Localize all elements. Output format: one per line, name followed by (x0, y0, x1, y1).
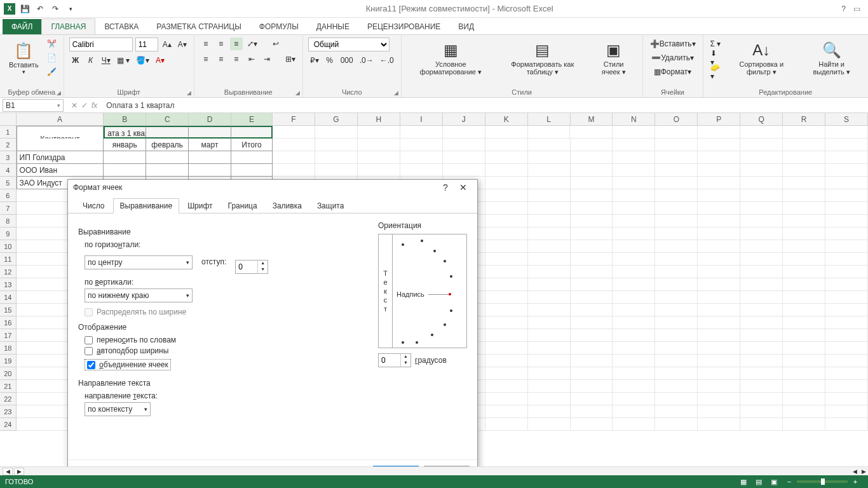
cell[interactable] (698, 164, 740, 177)
cell[interactable] (655, 202, 698, 215)
tab-view[interactable]: ВИД (449, 19, 483, 34)
cell[interactable] (698, 367, 740, 380)
conditional-format-button[interactable]: ▦Условное форматирование ▾ (407, 37, 495, 78)
align-center-icon[interactable]: ≡ (215, 53, 227, 65)
cell[interactable] (783, 126, 825, 139)
row-header[interactable]: 10 (0, 240, 17, 253)
spin-up-icon[interactable]: ▲ (401, 354, 410, 360)
degrees-spinner[interactable]: ▲▼ (378, 353, 411, 367)
indent-value[interactable] (236, 262, 257, 271)
cell[interactable] (740, 304, 783, 316)
row-header[interactable]: 3 (0, 151, 17, 164)
number-format-select[interactable]: Общий (308, 37, 390, 51)
cell[interactable] (613, 393, 655, 405)
cell[interactable] (783, 227, 825, 240)
cell[interactable] (740, 189, 783, 202)
cell[interactable] (528, 240, 571, 253)
cell[interactable] (655, 227, 698, 240)
cell[interactable] (400, 139, 443, 151)
tab-layout[interactable]: РАЗМЕТКА СТРАНИЦЫ (147, 19, 250, 34)
cell[interactable] (358, 126, 400, 139)
cell[interactable] (783, 177, 825, 189)
cell[interactable] (698, 418, 740, 431)
cell[interactable] (783, 329, 825, 342)
column-header[interactable]: D (189, 113, 231, 125)
font-launcher-icon[interactable]: ◢ (187, 90, 191, 96)
sheet-nav-prev-icon[interactable]: ◀ (3, 468, 13, 475)
font-color-icon[interactable]: A▾ (154, 54, 166, 67)
cell[interactable] (485, 405, 528, 418)
align-bottom-icon[interactable]: ≡ (230, 37, 243, 50)
cell[interactable] (528, 278, 571, 291)
cell[interactable]: ИП Голиздра (17, 151, 104, 164)
row-header[interactable]: 2 (0, 139, 17, 151)
row-header[interactable]: 23 (0, 405, 17, 418)
spin-down-icon[interactable]: ▼ (258, 267, 268, 273)
cell[interactable] (104, 151, 146, 164)
cell[interactable] (698, 342, 740, 355)
tab-review[interactable]: РЕЦЕНЗИРОВАНИЕ (358, 19, 449, 34)
cell[interactable] (698, 291, 740, 304)
cell[interactable] (613, 189, 655, 202)
cell[interactable] (400, 151, 443, 164)
cell[interactable] (740, 177, 783, 189)
cell[interactable] (740, 380, 783, 393)
wrap-text-checkbox[interactable] (85, 336, 93, 344)
cell[interactable] (613, 139, 655, 151)
zoom-in-icon[interactable]: + (848, 478, 863, 485)
column-header[interactable]: G (315, 113, 358, 125)
cell[interactable] (783, 139, 825, 151)
cell[interactable] (698, 266, 740, 278)
percent-icon[interactable]: % (323, 54, 336, 67)
cell[interactable] (613, 291, 655, 304)
cell[interactable] (655, 139, 698, 151)
align-right-icon[interactable]: ≡ (230, 53, 243, 65)
cell[interactable] (783, 202, 825, 215)
merge-icon[interactable]: ⊞▾ (283, 53, 297, 65)
cell[interactable] (571, 227, 613, 240)
cell[interactable] (783, 291, 825, 304)
cell[interactable] (655, 393, 698, 405)
dlg-tab-protection[interactable]: Защита (310, 198, 351, 214)
cell[interactable] (358, 139, 400, 151)
cell[interactable]: февраль (146, 139, 189, 151)
tab-insert[interactable]: ВСТАВКА (95, 19, 147, 34)
cell[interactable] (825, 278, 868, 291)
border-icon[interactable]: ▦ ▾ (115, 54, 132, 67)
cell[interactable] (825, 215, 868, 227)
cell[interactable] (783, 164, 825, 177)
dialog-help-icon[interactable]: ? (437, 182, 454, 193)
cell[interactable] (358, 164, 400, 177)
dlg-tab-number[interactable]: Число (76, 198, 112, 214)
row-header[interactable]: 18 (0, 342, 17, 355)
cell[interactable] (528, 215, 571, 227)
cell[interactable] (698, 189, 740, 202)
indent-spinner[interactable]: ▲▼ (235, 260, 268, 274)
cell[interactable] (825, 189, 868, 202)
cell[interactable] (740, 202, 783, 215)
cell[interactable] (698, 240, 740, 253)
column-header[interactable]: P (698, 113, 740, 125)
vertical-align-combo[interactable]: по нижнему краю▾ (85, 288, 193, 302)
cell[interactable] (783, 342, 825, 355)
cell[interactable] (231, 151, 273, 164)
column-header[interactable]: R (783, 113, 825, 125)
cell[interactable] (358, 151, 400, 164)
cell[interactable] (740, 316, 783, 329)
cell[interactable] (655, 253, 698, 266)
autosum-icon[interactable]: Σ ▾ (709, 37, 723, 50)
cell[interactable] (783, 240, 825, 253)
cell[interactable] (231, 164, 273, 177)
cell[interactable] (571, 278, 613, 291)
wrap-text-icon[interactable]: ↩ (269, 37, 282, 50)
cell[interactable] (698, 380, 740, 393)
cell[interactable] (315, 164, 358, 177)
align-middle-icon[interactable]: ≡ (215, 37, 227, 50)
cell[interactable] (783, 367, 825, 380)
cell[interactable] (783, 189, 825, 202)
column-header[interactable]: K (485, 113, 528, 125)
name-box[interactable]: B1▾ (3, 99, 64, 112)
cell[interactable] (655, 126, 698, 139)
cell[interactable] (485, 329, 528, 342)
cell[interactable] (783, 316, 825, 329)
